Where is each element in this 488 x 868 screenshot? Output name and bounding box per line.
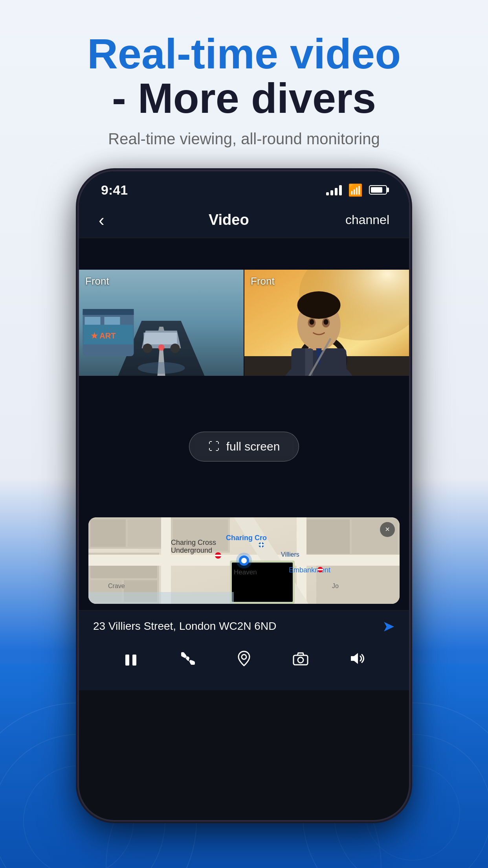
svg-rect-11 [144, 333, 177, 344]
video-cell-interior[interactable]: Front [244, 270, 409, 376]
wifi-icon: 📶 [348, 183, 363, 197]
video-grid: Front [79, 270, 409, 376]
nav-title: Video [209, 211, 249, 228]
svg-rect-45 [306, 519, 350, 554]
fullscreen-button[interactable]: ⛶ full screen [189, 432, 299, 462]
fullscreen-label: full screen [226, 440, 280, 453]
map-container: Charing Cross Underground Charing Cro He… [79, 517, 409, 610]
svg-point-57 [241, 558, 247, 563]
svg-text:Charing Cro: Charing Cro [226, 534, 267, 542]
svg-rect-49 [161, 517, 171, 604]
svg-point-14 [158, 344, 165, 351]
svg-text:Crave: Crave [108, 583, 125, 589]
volume-button[interactable] [349, 650, 366, 671]
navigate-icon[interactable]: ➤ [382, 618, 395, 635]
nav-bar: ‹ Video channel [79, 204, 409, 238]
svg-text:Underground: Underground [171, 546, 212, 554]
fullscreen-icon: ⛶ [208, 440, 219, 453]
channel1-label: Front [85, 275, 109, 287]
svg-point-13 [171, 344, 180, 353]
volume-icon [349, 650, 366, 667]
svg-point-27 [297, 291, 341, 319]
battery-icon [369, 185, 387, 195]
description-text: Real-time viewing, all-round monitoring [87, 130, 401, 148]
call-button[interactable] [179, 650, 196, 671]
map-close-button[interactable]: × [380, 522, 395, 537]
svg-text:Heaven: Heaven [234, 568, 257, 576]
svg-rect-36 [90, 519, 126, 547]
back-button[interactable]: ‹ [99, 210, 112, 230]
status-bar: 9:41 📶 [79, 171, 409, 204]
camera-icon [292, 650, 309, 667]
camera-button[interactable] [292, 650, 309, 671]
svg-rect-74 [132, 655, 136, 666]
svg-point-12 [143, 344, 152, 353]
svg-point-15 [138, 362, 185, 374]
svg-point-30 [310, 319, 314, 325]
svg-text:★ ART: ★ ART [91, 331, 116, 340]
phone-outer-frame: 9:41 📶 [79, 171, 409, 820]
pause-button[interactable] [122, 651, 139, 669]
svg-point-31 [324, 319, 328, 325]
svg-marker-78 [351, 653, 358, 664]
pause-icon [122, 651, 139, 669]
channel-button[interactable]: channel [345, 213, 389, 227]
header-section: Real-time video - More divers Real-time … [48, 0, 440, 156]
phone-screen: 9:41 📶 [79, 171, 409, 690]
main-title-line2: - More divers [87, 76, 401, 120]
bottom-controls [79, 642, 409, 690]
location-icon [235, 650, 253, 667]
phone-mockup: 9:41 📶 [71, 171, 417, 820]
address-text: 23 Villiers Street, London WC2N 6ND [93, 620, 276, 633]
page-wrapper: Real-time video - More divers Real-time … [0, 0, 488, 868]
video-cell-road[interactable]: Front [79, 270, 244, 376]
svg-text:Villiers: Villiers [281, 551, 299, 558]
svg-rect-54 [88, 592, 234, 604]
svg-rect-5 [83, 309, 134, 315]
address-bar: 23 Villiers Street, London WC2N 6ND ➤ [79, 610, 409, 642]
map-view[interactable]: Charing Cross Underground Charing Cro He… [88, 517, 400, 604]
svg-point-75 [242, 655, 246, 659]
signal-icon [326, 184, 342, 195]
svg-text:Embankment: Embankment [289, 566, 330, 574]
svg-point-77 [298, 657, 303, 663]
status-time: 9:41 [101, 182, 128, 198]
status-icons: 📶 [326, 183, 387, 197]
location-button[interactable] [235, 650, 253, 671]
top-video-spacer [79, 238, 409, 270]
dark-video-area: ⛶ full screen [79, 376, 409, 517]
svg-rect-37 [128, 519, 165, 547]
svg-rect-73 [125, 655, 129, 666]
svg-text:Charing Cross: Charing Cross [171, 539, 216, 546]
call-icon [179, 650, 196, 667]
svg-text:Jo: Jo [332, 583, 339, 589]
channel2-label: Front [251, 275, 275, 287]
main-title-line1: Real-time video [87, 31, 401, 76]
map-svg: Charing Cross Underground Charing Cro He… [88, 517, 400, 604]
